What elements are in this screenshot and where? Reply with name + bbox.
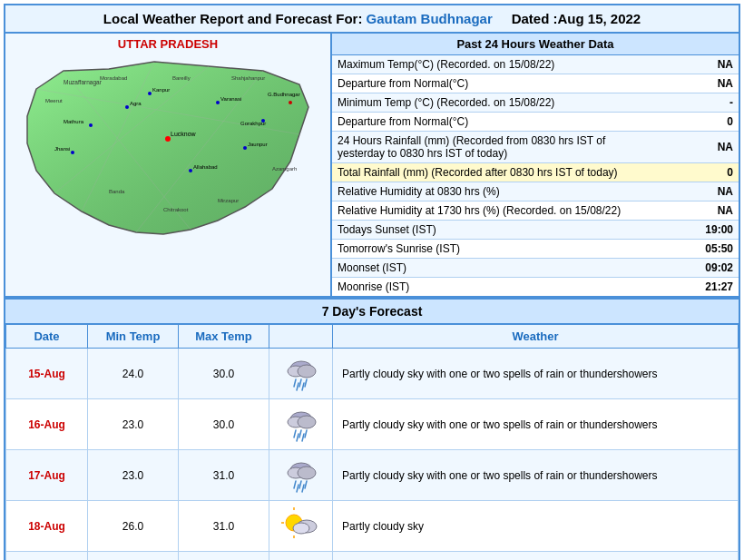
forecast-date: 16-Aug bbox=[6, 399, 88, 450]
report-date: Aug 15, 2022 bbox=[557, 11, 641, 26]
title-text: Local Weather Report and Forecast For: bbox=[103, 11, 363, 26]
forecast-section: 7 Day's Forecast Date Min Temp Max Temp … bbox=[5, 298, 739, 560]
svg-line-45 bbox=[294, 430, 296, 437]
state-label: UTTAR PRADESH bbox=[9, 37, 327, 51]
location-text: Gautam Budhnagar bbox=[367, 11, 493, 26]
svg-line-37 bbox=[294, 379, 296, 387]
weather-value: - bbox=[637, 93, 739, 113]
weather-value: 19:00 bbox=[637, 221, 739, 240]
weather-data-row: Total Rainfall (mm) (Recorded after 0830… bbox=[332, 163, 739, 182]
svg-line-56 bbox=[297, 485, 299, 492]
svg-text:Lucknow: Lucknow bbox=[171, 131, 197, 137]
col-header-min: Min Temp bbox=[88, 325, 179, 349]
svg-text:Muzaffarnagar: Muzaffarnagar bbox=[64, 79, 103, 86]
svg-line-53 bbox=[294, 481, 296, 488]
forecast-max-temp: 31.0 bbox=[179, 450, 269, 501]
weather-label: 24 Hours Rainfall (mm) (Recorded from 08… bbox=[332, 132, 637, 163]
svg-point-44 bbox=[298, 416, 316, 428]
weather-label: Relative Humidity at 1730 hrs (%) (Recor… bbox=[332, 201, 637, 221]
forecast-row: 15-Aug 24.0 30.0 Partly cloudy sky with … bbox=[6, 349, 739, 399]
svg-line-38 bbox=[299, 379, 301, 387]
forecast-weather-icon bbox=[269, 450, 333, 501]
weather-data-row: Moonset (IST) 09:02 bbox=[332, 259, 739, 278]
svg-text:Meerut: Meerut bbox=[45, 98, 63, 103]
weather-label: Tomorrow's Sunrise (IST) bbox=[332, 240, 637, 259]
forecast-date: 15-Aug bbox=[6, 349, 88, 399]
weather-data-row: Moonrise (IST) 21:27 bbox=[332, 278, 739, 297]
weather-label: Total Rainfall (mm) (Recorded after 0830… bbox=[332, 163, 637, 182]
svg-point-15 bbox=[189, 169, 192, 172]
weather-label: Minimum Temp (°C) (Recorded. on 15/08/22… bbox=[332, 93, 637, 113]
dated-label: Dated : bbox=[512, 11, 558, 26]
weather-label: Relative Humidity at 0830 hrs (%) bbox=[332, 182, 637, 201]
svg-point-9 bbox=[216, 101, 220, 104]
weather-value: 05:50 bbox=[637, 240, 739, 259]
forecast-max-temp: 30.0 bbox=[179, 399, 269, 450]
past24-title: Past 24 Hours Weather Data bbox=[332, 34, 739, 55]
forecast-min-temp: 26.0 bbox=[88, 501, 179, 552]
col-header-date: Date bbox=[6, 325, 88, 349]
col-header-weather: Weather bbox=[333, 325, 739, 349]
weather-value: NA bbox=[637, 201, 739, 221]
svg-line-47 bbox=[305, 430, 307, 437]
weather-value: NA bbox=[637, 55, 739, 74]
svg-text:Mirzapur: Mirzapur bbox=[218, 198, 239, 203]
forecast-weather-desc: Partly cloudy sky bbox=[333, 501, 739, 552]
weather-data-section: Past 24 Hours Weather Data Maximum Temp(… bbox=[332, 34, 739, 296]
forecast-min-temp: 26.0 bbox=[88, 552, 179, 561]
forecast-date: 18-Aug bbox=[6, 501, 88, 552]
svg-line-39 bbox=[305, 379, 307, 387]
weather-label: Departure from Normal(°C) bbox=[332, 74, 637, 93]
weather-data-row: Relative Humidity at 1730 hrs (%) (Recor… bbox=[332, 201, 739, 221]
weather-value: 0 bbox=[637, 163, 739, 182]
map-section: UTTAR PRADESH bbox=[5, 34, 332, 296]
svg-point-7 bbox=[125, 105, 129, 109]
svg-point-23 bbox=[289, 101, 292, 104]
forecast-row: 16-Aug 23.0 30.0 Partly cloudy sky with … bbox=[6, 399, 739, 450]
weather-data-row: Relative Humidity at 0830 hrs (%) NA bbox=[332, 182, 739, 201]
weather-value: NA bbox=[637, 182, 739, 201]
svg-point-13 bbox=[89, 123, 93, 127]
svg-text:Moradabad: Moradabad bbox=[100, 75, 127, 81]
svg-line-49 bbox=[302, 434, 304, 441]
weather-label: Maximum Temp(°C) (Recorded. on 15/08/22) bbox=[332, 55, 637, 74]
svg-text:G.Budhnagar: G.Budhnagar bbox=[268, 92, 300, 97]
weather-label: Moonset (IST) bbox=[332, 259, 637, 278]
forecast-min-temp: 24.0 bbox=[88, 349, 179, 399]
svg-point-52 bbox=[298, 467, 316, 479]
forecast-row: 19-Aug 26.0 33.0 Partly cloudy sky with … bbox=[6, 552, 739, 561]
svg-text:Mathura: Mathura bbox=[64, 119, 84, 124]
svg-line-40 bbox=[297, 383, 299, 390]
top-section: UTTAR PRADESH bbox=[5, 34, 739, 298]
forecast-row: 17-Aug 23.0 31.0 Partly cloudy sky with … bbox=[6, 450, 739, 501]
weather-data-row: Departure from Normal(°C) 0 bbox=[332, 113, 739, 132]
weather-value: 21:27 bbox=[637, 278, 739, 297]
forecast-max-temp: 31.0 bbox=[179, 501, 269, 552]
main-container: Local Weather Report and Forecast For: G… bbox=[4, 4, 740, 560]
weather-value: 0 bbox=[637, 113, 739, 132]
forecast-weather-desc: Partly cloudy sky with one or two spells… bbox=[333, 552, 739, 561]
svg-text:Chitrakoot: Chitrakoot bbox=[163, 207, 189, 212]
forecast-min-temp: 23.0 bbox=[88, 450, 179, 501]
forecast-weather-icon bbox=[269, 501, 333, 552]
weather-label: Moonrise (IST) bbox=[332, 278, 637, 297]
svg-line-55 bbox=[305, 481, 307, 488]
svg-line-46 bbox=[299, 430, 301, 437]
weather-label: Todays Sunset (IST) bbox=[332, 221, 637, 240]
forecast-date: 17-Aug bbox=[6, 450, 88, 501]
weather-label: Departure from Normal(°C) bbox=[332, 113, 637, 132]
weather-value: 09:02 bbox=[637, 259, 739, 278]
up-map-svg: Lucknow Agra Varanasi Gorakhpur Mathura … bbox=[9, 53, 327, 251]
forecast-weather-desc: Partly cloudy sky with one or two spells… bbox=[333, 450, 739, 501]
forecast-weather-desc: Partly cloudy sky with one or two spells… bbox=[333, 349, 739, 399]
svg-text:Shahjahanpur: Shahjahanpur bbox=[231, 75, 265, 81]
svg-text:Azamgarh: Azamgarh bbox=[272, 166, 297, 172]
forecast-date: 19-Aug bbox=[6, 552, 88, 561]
forecast-weather-desc: Partly cloudy sky with one or two spells… bbox=[333, 399, 739, 450]
forecast-min-temp: 23.0 bbox=[88, 399, 179, 450]
svg-text:Banda: Banda bbox=[109, 189, 125, 194]
col-header-icon bbox=[269, 325, 333, 349]
weather-data-row: Maximum Temp(°C) (Recorded. on 15/08/22)… bbox=[332, 55, 739, 74]
svg-point-17 bbox=[243, 146, 247, 150]
svg-text:Gorakhpur: Gorakhpur bbox=[240, 121, 266, 126]
